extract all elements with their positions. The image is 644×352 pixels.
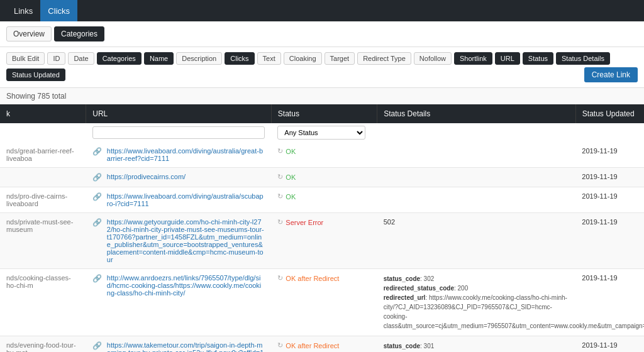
link-icon: 🔗 (92, 341, 102, 350)
status-select[interactable]: Any Status OK Server Error OK after Redi… (277, 126, 365, 140)
cell-status-updated: 2019-11-19 (575, 168, 644, 187)
cell-status-details (377, 142, 576, 168)
status-badge: Server Error (286, 219, 323, 226)
link-icon: 🔗 (92, 173, 102, 182)
filter-clicks[interactable]: Clicks (225, 52, 254, 65)
cell-k: nds/evening-food-tour-by-mot (0, 336, 86, 353)
refresh-icon: ↻ (277, 192, 283, 201)
cell-status-updated: 2019-11-19 (575, 187, 644, 213)
cell-status-updated: 2019-11-19 (575, 336, 644, 353)
status-badge: OK (286, 148, 296, 155)
cell-url: 🔗https://www.liveaboard.com/diving/austr… (86, 142, 272, 168)
filter-status[interactable]: Status (523, 52, 553, 65)
filter-categories[interactable]: Categories (97, 52, 142, 65)
status-badge: OK after Redirect (286, 342, 339, 349)
url-link[interactable]: https://www.liveaboard.com/diving/austra… (107, 192, 265, 207)
col-header-status-updated[interactable]: Status Updated (575, 104, 644, 123)
cell-status-details (377, 168, 576, 187)
cell-status-updated: 2019-11-19 (575, 142, 644, 168)
refresh-icon: ↻ (277, 218, 283, 226)
url-link[interactable]: https://www.liveaboard.com/diving/austra… (107, 147, 265, 162)
col-header-status-details[interactable]: Status Details (377, 104, 576, 123)
filter-name[interactable]: Name (144, 52, 174, 65)
filter-date[interactable]: Date (68, 52, 94, 65)
filter-shortlink[interactable]: Shortlink (454, 52, 492, 65)
redirect-details: status_code: 301redirected_status_code: … (384, 341, 570, 352)
url-link[interactable]: https://www.getyourguide.com/ho-chi-minh… (107, 218, 265, 263)
cell-status: ↻OK after Redirect (271, 269, 377, 336)
table-row: nds/private-must-see-museum🔗https://www.… (0, 213, 644, 269)
error-code: 502 (384, 218, 395, 226)
table-row: nds/pro-dive-cairns-liveaboard🔗https://w… (0, 187, 644, 213)
table-row: 🔗https://prodivecairns.com/↻OK2019-11-19 (0, 168, 644, 187)
filter-nofollow[interactable]: Nofollow (414, 52, 452, 65)
table-row: nds/great-barrier-reef-liveaboa🔗https://… (0, 142, 644, 168)
cell-status: ↻OK after Redirect (271, 336, 377, 353)
url-link[interactable]: https://prodivecairns.com/ (107, 173, 186, 180)
url-link[interactable]: https://www.takemetour.com/trip/saigon-i… (107, 341, 265, 352)
nav-item-links[interactable]: Links (6, 0, 40, 21)
refresh-icon: ↻ (277, 274, 283, 282)
nav-item-clicks[interactable]: Clicks (40, 0, 77, 21)
col-header-k[interactable]: k (0, 104, 86, 123)
link-icon: 🔗 (92, 274, 102, 283)
filter-text[interactable]: Text (257, 52, 281, 65)
filter-description[interactable]: Description (176, 52, 222, 65)
cell-status-details: status_code: 301redirected_status_code: … (377, 336, 576, 353)
cell-k: nds/pro-dive-cairns-liveaboard (0, 187, 86, 213)
cell-url: 🔗http://www.anrdoezrs.net/links/7965507/… (86, 269, 272, 336)
redirect-details: status_code: 302redirected_status_code: … (384, 274, 570, 331)
link-icon: 🔗 (92, 192, 102, 201)
create-link-button[interactable]: Create Link (584, 67, 638, 82)
cell-status-details (377, 187, 576, 213)
refresh-icon: ↻ (277, 341, 283, 349)
filter-id[interactable]: ID (47, 52, 65, 65)
showing-total: Showing 785 total (0, 88, 644, 104)
filter-url[interactable]: URL (495, 52, 520, 65)
table-row: nds/evening-food-tour-by-mot🔗https://www… (0, 336, 644, 353)
table-row: nds/cooking-classes-ho-chi-m🔗http://www.… (0, 269, 644, 336)
cell-status-details: status_code: 302redirected_status_code: … (377, 269, 576, 336)
cell-url: 🔗https://www.liveaboard.com/diving/austr… (86, 187, 272, 213)
refresh-icon: ↻ (277, 173, 283, 181)
cell-status: ↻Server Error (271, 213, 377, 269)
filter-cloaking[interactable]: Cloaking (284, 52, 322, 65)
filter-bar: Bulk Edit ID Date Categories Name Descri… (0, 47, 644, 88)
top-nav: Links Clicks (0, 0, 644, 21)
cell-status: ↻OK (271, 142, 377, 168)
cell-url: 🔗https://prodivecairns.com/ (86, 168, 272, 187)
links-table: k URL Status Status Details Status Updat… (0, 104, 644, 352)
cell-k: nds/great-barrier-reef-liveaboa (0, 142, 86, 168)
url-search-input[interactable] (92, 126, 265, 139)
cell-status: ↻OK (271, 168, 377, 187)
cell-url: 🔗https://www.takemetour.com/trip/saigon-… (86, 336, 272, 353)
filter-status-details[interactable]: Status Details (556, 52, 610, 65)
refresh-icon: ↻ (277, 147, 283, 155)
subnav-overview[interactable]: Overview (6, 26, 52, 41)
subnav-categories[interactable]: Categories (54, 26, 104, 41)
status-badge: OK (286, 193, 296, 201)
filter-status-updated[interactable]: Status Updated (6, 69, 65, 81)
cell-k: nds/cooking-classes-ho-chi-m (0, 269, 86, 336)
col-header-status[interactable]: Status (271, 104, 377, 123)
filter-redirect-type[interactable]: Redirect Type (357, 52, 411, 65)
filter-target[interactable]: Target (325, 52, 355, 65)
status-badge: OK after Redirect (286, 275, 339, 282)
cell-k: nds/private-must-see-museum (0, 213, 86, 269)
sub-nav: Overview Categories (0, 21, 644, 47)
col-header-url[interactable]: URL (86, 104, 272, 123)
cell-status: ↻OK (271, 187, 377, 213)
url-link[interactable]: http://www.anrdoezrs.net/links/7965507/t… (107, 274, 265, 297)
link-icon: 🔗 (92, 147, 102, 156)
cell-k (0, 168, 86, 187)
filter-bulk-edit[interactable]: Bulk Edit (6, 52, 45, 65)
link-icon: 🔗 (92, 218, 102, 227)
cell-url: 🔗https://www.getyourguide.com/ho-chi-min… (86, 213, 272, 269)
cell-status-details: 502 (377, 213, 576, 269)
cell-status-updated: 2019-11-19 (575, 213, 644, 269)
status-badge: OK (286, 173, 296, 181)
